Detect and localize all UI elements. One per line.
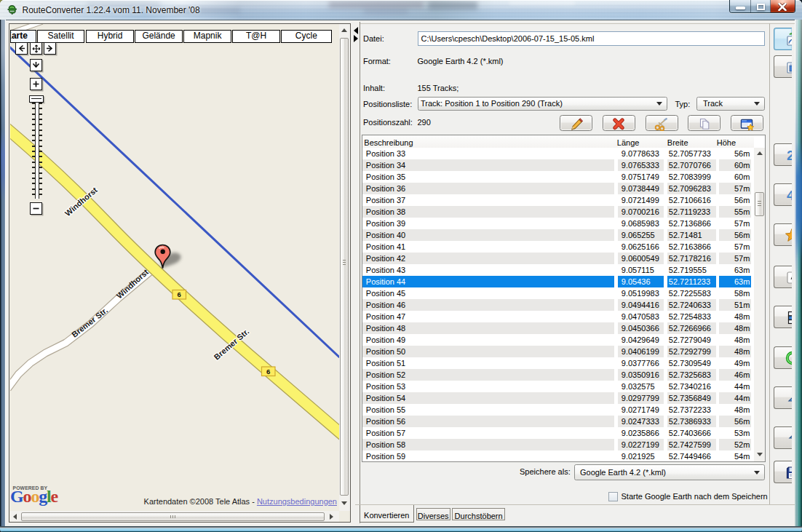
svg-text:Bremer Str.: Bremer Str. <box>70 306 109 339</box>
svg-text:6: 6 <box>266 368 270 376</box>
svg-text:6: 6 <box>177 290 180 298</box>
svg-text:4: 4 <box>787 187 792 202</box>
svg-text:Windhorst: Windhorst <box>114 267 150 300</box>
svg-text:2: 2 <box>787 147 792 162</box>
